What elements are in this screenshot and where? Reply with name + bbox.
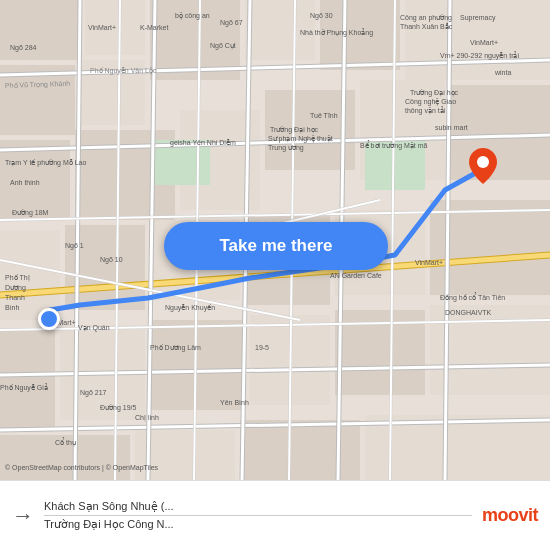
svg-text:19-5: 19-5 bbox=[255, 344, 269, 351]
destination-marker bbox=[469, 148, 497, 188]
svg-rect-1 bbox=[0, 0, 80, 60]
svg-text:Vạn Quán: Vạn Quán bbox=[78, 324, 110, 332]
svg-text:Đường 19/5: Đường 19/5 bbox=[100, 404, 137, 412]
svg-text:thông vận tải: thông vận tải bbox=[405, 106, 446, 115]
svg-text:Trạm Y tế phường Mỗ Lao: Trạm Y tế phường Mỗ Lao bbox=[5, 159, 86, 167]
svg-text:Thanh: Thanh bbox=[5, 294, 25, 301]
svg-text:Ngõ 30: Ngõ 30 bbox=[310, 12, 333, 20]
svg-text:Đường 18M: Đường 18M bbox=[12, 209, 49, 217]
svg-text:Dương: Dương bbox=[5, 284, 26, 292]
svg-text:K-Market: K-Market bbox=[140, 24, 168, 31]
take-me-there-button[interactable]: Take me there bbox=[164, 222, 388, 270]
moovit-logo: moovit bbox=[482, 505, 538, 526]
svg-text:VinMart+: VinMart+ bbox=[470, 39, 498, 46]
origin-marker bbox=[38, 308, 60, 330]
svg-point-122 bbox=[477, 156, 489, 168]
svg-rect-14 bbox=[450, 85, 550, 180]
svg-text:Thanh Xuân Bắc: Thanh Xuân Bắc bbox=[400, 23, 453, 30]
svg-rect-21 bbox=[0, 330, 55, 430]
svg-text:Chị linh: Chị linh bbox=[135, 414, 159, 422]
svg-text:AN Garden Cafe: AN Garden Cafe bbox=[330, 272, 382, 279]
svg-text:Phố Nguyễ Giả: Phố Nguyễ Giả bbox=[0, 383, 48, 392]
destination-text: Trường Đại Học Công N... bbox=[44, 518, 472, 531]
svg-text:Bể bơi trường Mật mã: Bể bơi trường Mật mã bbox=[360, 140, 428, 150]
bottom-bar: → Khách Sạn Sông Nhuệ (... Trường Đại Họ… bbox=[0, 480, 550, 550]
svg-text:Ngõ Cụt: Ngõ Cụt bbox=[210, 42, 236, 50]
svg-text:Supremacy: Supremacy bbox=[460, 14, 496, 22]
svg-rect-29 bbox=[240, 420, 360, 480]
svg-text:Nhà thờ Phụng Khoảng: Nhà thờ Phụng Khoảng bbox=[300, 28, 373, 37]
svg-text:Bình: Bình bbox=[5, 304, 20, 311]
svg-text:bộ công an: bộ công an bbox=[175, 12, 210, 20]
arrow-right-icon: → bbox=[12, 503, 34, 529]
origin-text: Khách Sạn Sông Nhuệ (... bbox=[44, 500, 472, 513]
svg-text:Phố Dương Lâm: Phố Dương Lâm bbox=[150, 344, 201, 352]
svg-text:Trường Đại học: Trường Đại học bbox=[270, 126, 319, 134]
svg-text:Công nghệ Giao: Công nghệ Giao bbox=[405, 98, 456, 106]
svg-text:subin mart: subin mart bbox=[435, 124, 468, 131]
svg-text:Trung ương: Trung ương bbox=[268, 144, 304, 152]
moovit-logo-text: moovit bbox=[482, 505, 538, 526]
svg-text:Trường Đại học: Trường Đại học bbox=[410, 89, 459, 97]
svg-text:Anh thinh: Anh thinh bbox=[10, 179, 40, 186]
svg-text:Cổ thụ: Cổ thụ bbox=[55, 437, 76, 447]
svg-text:winta: winta bbox=[494, 69, 511, 76]
svg-text:Phố Thị: Phố Thị bbox=[5, 274, 30, 282]
svg-text:Ngõ 10: Ngõ 10 bbox=[100, 256, 123, 264]
svg-text:Yên Bình: Yên Bình bbox=[220, 399, 249, 406]
svg-text:Đồng hồ cổ Tân Tiên: Đồng hồ cổ Tân Tiên bbox=[440, 292, 505, 302]
svg-text:Công an phường: Công an phường bbox=[400, 14, 452, 22]
svg-text:Ngõ 284: Ngõ 284 bbox=[10, 44, 37, 52]
svg-text:VinMart+: VinMart+ bbox=[88, 24, 116, 31]
svg-text:Ngõ 1: Ngõ 1 bbox=[65, 242, 84, 250]
svg-text:Vm+ 290-292 nguyễn trải: Vm+ 290-292 nguyễn trải bbox=[440, 51, 519, 60]
svg-text:Sư phạm Nghệ thuật: Sư phạm Nghệ thuật bbox=[268, 135, 333, 143]
svg-text:Tuê Tĩnh: Tuê Tĩnh bbox=[310, 112, 338, 119]
separator bbox=[44, 515, 472, 516]
svg-rect-23 bbox=[150, 320, 245, 410]
svg-text:Phố Nguyễn Văn Lộc: Phố Nguyễn Văn Lộc bbox=[90, 67, 157, 75]
svg-text:DONGHAIVTK: DONGHAIVTK bbox=[445, 309, 492, 316]
map-view: Phố Vũ Trọng Khánh Phố Nguyễn Văn Lộc Ng… bbox=[0, 0, 550, 480]
svg-text:Ngõ 217: Ngõ 217 bbox=[80, 389, 107, 397]
svg-text:Ngõ 67: Ngõ 67 bbox=[220, 19, 243, 27]
svg-text:geisha Yên Nhi Diễm: geisha Yên Nhi Diễm bbox=[170, 139, 236, 147]
svg-text:VinMart+: VinMart+ bbox=[415, 259, 443, 266]
svg-text:© OpenStreetMap contributors |: © OpenStreetMap contributors | © OpenMap… bbox=[5, 464, 159, 472]
route-info: Khách Sạn Sông Nhuệ (... Trường Đại Học … bbox=[44, 500, 472, 531]
svg-text:Nguyễn Khuyến: Nguyễn Khuyến bbox=[165, 304, 215, 312]
